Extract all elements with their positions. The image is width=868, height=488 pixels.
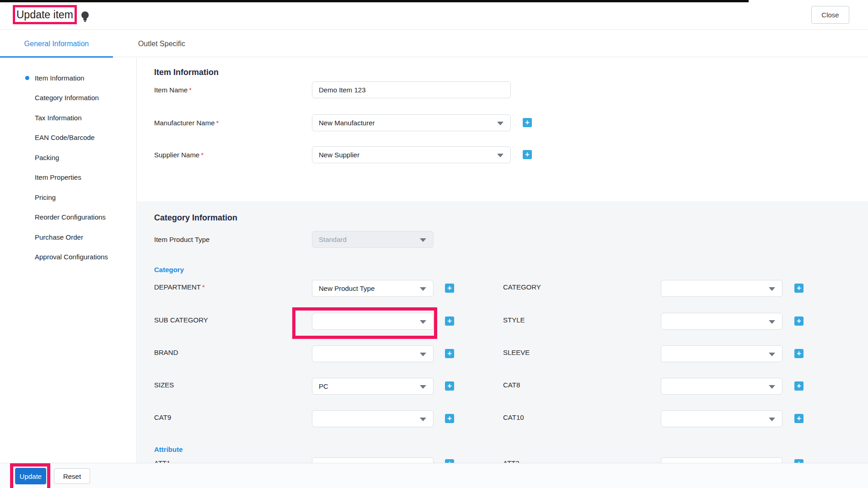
chevron-down-icon bbox=[420, 287, 426, 291]
chevron-down-icon bbox=[769, 353, 775, 356]
sidebar-item-label: Item Information bbox=[35, 74, 84, 82]
manufacturer-name-dropdown[interactable]: New Manufacturer bbox=[312, 114, 511, 131]
category-dropdown[interactable] bbox=[661, 280, 782, 297]
chevron-down-icon bbox=[497, 154, 504, 157]
chevron-down-icon bbox=[420, 238, 426, 242]
add-cat8-button[interactable]: + bbox=[794, 381, 804, 391]
page-title: Update item bbox=[16, 9, 73, 21]
sidebar-item-label: Item Properties bbox=[35, 173, 81, 181]
reset-button[interactable]: Reset bbox=[54, 468, 90, 484]
title-annotation-box: Update item bbox=[13, 5, 77, 24]
chevron-down-icon bbox=[769, 287, 775, 291]
sleeve-dropdown[interactable] bbox=[661, 345, 782, 362]
plus-icon: + bbox=[797, 316, 801, 325]
sidebar-item-label: Purchase Order bbox=[35, 233, 83, 241]
sidebar-item-pricing[interactable]: Pricing bbox=[35, 193, 56, 201]
supplier-name-dropdown[interactable]: New Supplier bbox=[312, 146, 511, 163]
chevron-down-icon bbox=[769, 418, 775, 421]
style-dropdown[interactable] bbox=[661, 313, 782, 330]
plus-icon: + bbox=[797, 284, 801, 292]
label-text: Item Name bbox=[154, 86, 188, 94]
sidebar-item-approval-configurations[interactable]: Approval Configurations bbox=[35, 253, 108, 261]
section-nav-sidebar: Item Information Category Information Ta… bbox=[0, 58, 137, 463]
plus-icon: + bbox=[447, 349, 452, 358]
sizes-label: SIZES bbox=[154, 381, 174, 389]
add-supplier-button[interactable]: + bbox=[523, 150, 532, 159]
plus-icon: + bbox=[797, 414, 801, 423]
label-text: Supplier Name bbox=[154, 151, 199, 159]
add-brand-button[interactable]: + bbox=[445, 349, 454, 358]
add-sub-category-button[interactable]: + bbox=[445, 316, 454, 326]
tab-outlet-label: Outlet Specific bbox=[138, 40, 185, 48]
item-name-input[interactable] bbox=[312, 81, 511, 98]
category-group-heading: Category bbox=[154, 266, 184, 273]
plus-icon: + bbox=[797, 381, 801, 390]
add-sizes-button[interactable]: + bbox=[445, 381, 454, 391]
update-button[interactable]: Update bbox=[15, 468, 46, 484]
category-label: CATEGORY bbox=[503, 283, 541, 291]
add-cat9-button[interactable]: + bbox=[445, 414, 454, 423]
dropdown-value: New Manufacturer bbox=[319, 119, 375, 127]
sidebar-item-reorder-configurations[interactable]: Reorder Configurations bbox=[35, 213, 106, 221]
item-information-heading: Item Information bbox=[154, 68, 219, 77]
sub-category-label: SUB CATEGORY bbox=[154, 316, 208, 324]
cat8-dropdown[interactable] bbox=[661, 378, 782, 395]
tab-general-information[interactable]: General Information bbox=[0, 30, 113, 57]
active-dot-icon bbox=[25, 76, 29, 80]
sidebar-item-ean-code-barcode[interactable]: EAN Code/Barcode bbox=[35, 134, 95, 141]
sidebar-item-label: Pricing bbox=[35, 193, 56, 201]
item-product-type-label: Item Product Type bbox=[154, 236, 209, 243]
required-asterisk: * bbox=[202, 283, 205, 291]
close-button[interactable]: Close bbox=[811, 6, 849, 24]
plus-icon: + bbox=[447, 381, 452, 390]
tab-outlet-specific[interactable]: Outlet Specific bbox=[113, 30, 210, 57]
sleeve-label: SLEEVE bbox=[503, 349, 530, 356]
style-label: STYLE bbox=[503, 316, 525, 324]
chevron-down-icon bbox=[497, 122, 504, 125]
attribute-group-heading: Attribute bbox=[154, 445, 183, 453]
plus-icon: + bbox=[447, 284, 452, 292]
sidebar-item-label: Packing bbox=[35, 154, 59, 161]
required-asterisk: * bbox=[201, 151, 204, 159]
required-asterisk: * bbox=[216, 119, 219, 127]
add-sleeve-button[interactable]: + bbox=[794, 349, 804, 358]
department-dropdown[interactable]: New Product Type bbox=[312, 280, 434, 297]
sidebar-item-label: Approval Configurations bbox=[35, 253, 108, 261]
sidebar-item-packing[interactable]: Packing bbox=[35, 154, 59, 161]
brand-dropdown[interactable] bbox=[312, 345, 434, 362]
required-asterisk: * bbox=[189, 86, 192, 94]
cat8-label: CAT8 bbox=[503, 381, 520, 389]
sidebar-item-item-information[interactable]: Item Information bbox=[35, 74, 84, 82]
dropdown-value: New Supplier bbox=[319, 151, 359, 159]
add-manufacturer-button[interactable]: + bbox=[523, 118, 532, 127]
sizes-dropdown[interactable]: PC bbox=[312, 378, 434, 395]
add-department-button[interactable]: + bbox=[445, 284, 454, 293]
label-text: Manufacturer Name bbox=[154, 119, 215, 127]
sidebar-item-purchase-order[interactable]: Purchase Order bbox=[35, 233, 83, 241]
manufacturer-name-label: Manufacturer Name* bbox=[154, 119, 219, 127]
dialog-footer bbox=[0, 463, 868, 488]
cat10-dropdown[interactable] bbox=[661, 410, 782, 427]
sub-category-dropdown[interactable] bbox=[312, 313, 434, 330]
chevron-down-icon bbox=[769, 320, 775, 324]
lightbulb-icon[interactable] bbox=[80, 11, 90, 23]
dropdown-value: Standard bbox=[319, 236, 347, 243]
chevron-down-icon bbox=[769, 385, 775, 389]
plus-icon: + bbox=[797, 349, 801, 358]
sidebar-item-tax-information[interactable]: Tax Information bbox=[35, 114, 82, 122]
sidebar-item-category-information[interactable]: Category Information bbox=[35, 94, 99, 102]
dialog-header: Update item Close bbox=[0, 2, 868, 30]
update-item-dialog: Update item Close General Information Ou… bbox=[0, 0, 868, 488]
add-style-button[interactable]: + bbox=[794, 316, 804, 326]
add-cat10-button[interactable]: + bbox=[794, 414, 804, 423]
sidebar-item-label: Tax Information bbox=[35, 114, 82, 122]
sidebar-item-item-properties[interactable]: Item Properties bbox=[35, 173, 81, 181]
item-product-type-dropdown: Standard bbox=[312, 231, 434, 248]
department-label: DEPARTMENT* bbox=[154, 283, 205, 291]
cat9-dropdown[interactable] bbox=[312, 410, 434, 427]
chevron-down-icon bbox=[420, 385, 426, 389]
chevron-down-icon bbox=[420, 320, 426, 324]
sidebar-item-label: Category Information bbox=[35, 94, 99, 102]
add-category-button[interactable]: + bbox=[794, 284, 804, 293]
dropdown-value: New Product Type bbox=[319, 284, 375, 292]
